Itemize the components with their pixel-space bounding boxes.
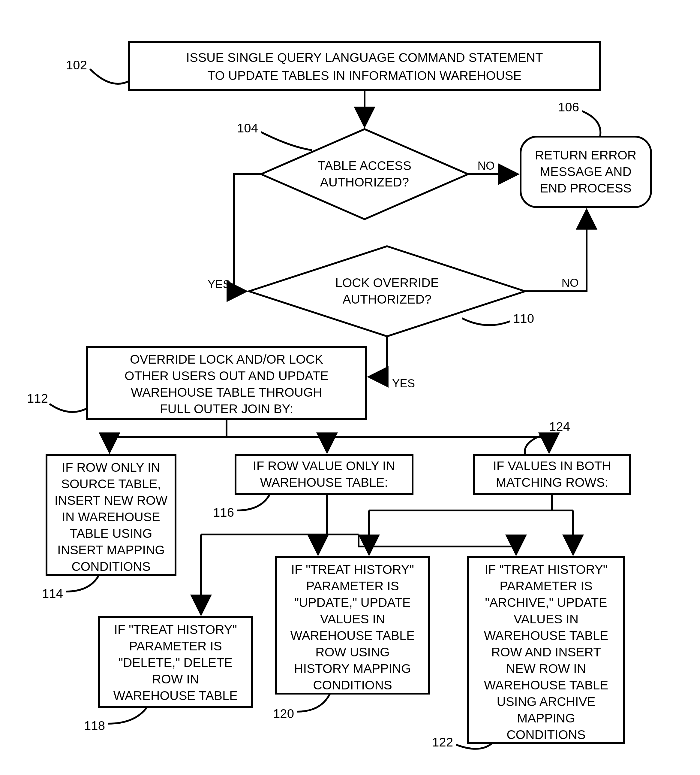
node-122-line8: WAREHOUSE TABLE	[484, 678, 609, 692]
ref-122: 122	[432, 735, 453, 749]
node-120-line8: CONDITIONS	[313, 678, 392, 692]
node-102-line2: TO UPDATE TABLES IN INFORMATION WAREHOUS…	[207, 68, 521, 83]
node-116-line2: WAREHOUSE TABLE:	[260, 475, 388, 489]
node-118-line1: IF "TREAT HISTORY"	[114, 622, 237, 637]
ref-104: 104	[237, 121, 258, 135]
node-120-line1: IF "TREAT HISTORY"	[291, 562, 414, 577]
flowchart: ISSUE SINGLE QUERY LANGUAGE COMMAND STAT…	[0, 0, 700, 775]
node-104-line1: TABLE ACCESS	[318, 158, 411, 173]
node-120-line3: "UPDATE," UPDATE	[294, 595, 411, 610]
node-110-line2: AUTHORIZED?	[343, 292, 431, 306]
node-118-treat-history-delete: IF "TREAT HISTORY" PARAMETER IS "DELETE,…	[99, 617, 252, 707]
node-112-line3: WAREHOUSE TABLE THROUGH	[131, 385, 322, 399]
node-118-line3: "DELETE," DELETE	[118, 655, 232, 670]
ref-106: 106	[558, 100, 579, 114]
node-120-line6: ROW USING	[315, 645, 390, 659]
node-112-line4: FULL OUTER JOIN BY:	[160, 402, 293, 416]
node-110-lock-override-authorized: LOCK OVERRIDE AUTHORIZED?	[249, 246, 525, 336]
ref-124: 124	[549, 419, 570, 434]
node-122-line7: NEW ROW IN	[506, 662, 586, 675]
node-120-line5: WAREHOUSE TABLE	[290, 629, 415, 643]
node-116-line1: IF ROW VALUE ONLY IN	[253, 459, 395, 473]
svg-rect-0	[129, 42, 600, 90]
node-114-line6: INSERT MAPPING	[57, 543, 165, 557]
node-120-line2: PARAMETER IS	[306, 579, 399, 593]
node-112-line1: OVERRIDE LOCK AND/OR LOCK	[130, 352, 323, 366]
node-124-line1: IF VALUES IN BOTH	[493, 459, 611, 473]
node-106-line1: RETURN ERROR	[535, 148, 636, 162]
svg-marker-1	[261, 129, 468, 219]
node-106-line2: MESSAGE AND	[540, 165, 632, 179]
ref-102: 102	[66, 58, 87, 72]
ref-110: 110	[513, 311, 534, 326]
node-122-line10: MAPPING	[517, 711, 575, 725]
node-122-line9: USING ARCHIVE	[497, 695, 595, 708]
node-114-line7: CONDITIONS	[71, 559, 151, 574]
edge-110-no: NO	[562, 276, 579, 289]
node-114-line5: TABLE USING	[70, 526, 153, 541]
node-106-line3: END PROCESS	[540, 181, 632, 195]
ref-118: 118	[84, 718, 105, 733]
node-118-line4: ROW IN	[152, 672, 199, 686]
node-120-treat-history-update: IF "TREAT HISTORY" PARAMETER IS "UPDATE,…	[276, 557, 429, 694]
node-112-line2: OTHER USERS OUT AND UPDATE	[124, 369, 328, 383]
edge-104-no: NO	[478, 160, 495, 172]
node-122-treat-history-archive: IF "TREAT HISTORY" PARAMETER IS "ARCHIVE…	[468, 557, 624, 743]
ref-120: 120	[273, 707, 294, 721]
node-120-line4: VALUES IN	[320, 612, 385, 626]
ref-114: 114	[42, 586, 63, 600]
node-122-line3: "ARCHIVE," UPDATE	[485, 595, 607, 610]
node-114-line1: IF ROW ONLY IN	[62, 460, 160, 474]
node-124-line2: MATCHING ROWS:	[496, 475, 609, 489]
node-122-line6: ROW AND INSERT	[491, 645, 601, 659]
node-122-line1: IF "TREAT HISTORY"	[484, 562, 607, 577]
node-114-row-only-source: IF ROW ONLY IN SOURCE TABLE, INSERT NEW …	[46, 455, 176, 575]
node-124-values-in-both: IF VALUES IN BOTH MATCHING ROWS:	[474, 455, 630, 494]
node-112-override-lock: OVERRIDE LOCK AND/OR LOCK OTHER USERS OU…	[87, 347, 366, 419]
node-120-line7: HISTORY MAPPING	[294, 662, 411, 675]
node-122-line4: VALUES IN	[514, 612, 579, 626]
node-114-line2: SOURCE TABLE,	[61, 477, 161, 491]
node-116-row-only-warehouse: IF ROW VALUE ONLY IN WAREHOUSE TABLE:	[236, 455, 413, 494]
node-104-line2: AUTHORIZED?	[320, 175, 409, 189]
node-102-issue-query: ISSUE SINGLE QUERY LANGUAGE COMMAND STAT…	[129, 42, 600, 90]
node-114-line3: INSERT NEW ROW	[55, 493, 168, 507]
node-122-line11: CONDITIONS	[506, 728, 586, 742]
ref-112: 112	[27, 391, 48, 405]
edge-104-yes: YES	[207, 278, 231, 291]
node-104-table-access-authorized: TABLE ACCESS AUTHORIZED?	[261, 129, 468, 219]
ref-116: 116	[213, 506, 234, 519]
node-118-line2: PARAMETER IS	[129, 639, 222, 653]
node-118-line5: WAREHOUSE TABLE	[113, 689, 238, 703]
edge-110-yes: YES	[392, 377, 415, 390]
node-110-line1: LOCK OVERRIDE	[335, 276, 439, 290]
node-114-line4: IN WAREHOUSE	[62, 510, 160, 524]
node-122-line5: WAREHOUSE TABLE	[484, 629, 609, 643]
node-102-line1: ISSUE SINGLE QUERY LANGUAGE COMMAND STAT…	[186, 50, 543, 65]
svg-marker-3	[249, 246, 525, 336]
node-122-line2: PARAMETER IS	[499, 579, 592, 593]
node-106-return-error: RETURN ERROR MESSAGE AND END PROCESS	[521, 136, 651, 207]
